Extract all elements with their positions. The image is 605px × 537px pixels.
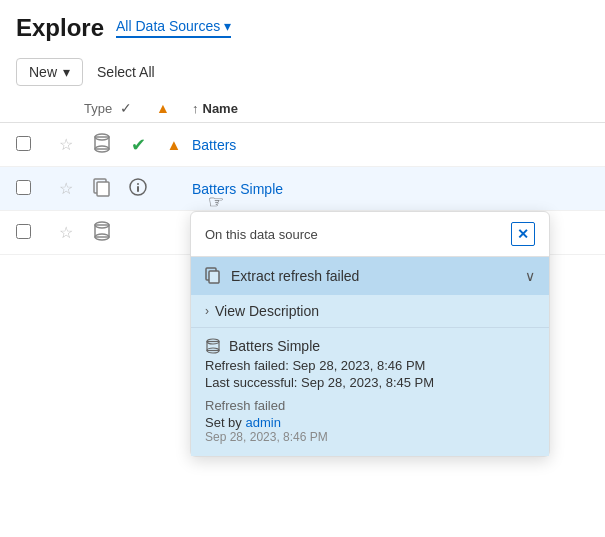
datasource-label: All Data Sources bbox=[116, 18, 220, 34]
popup-section-header-left: Extract refresh failed bbox=[205, 267, 359, 285]
row1-name-link[interactable]: Batters bbox=[192, 137, 236, 153]
admin-link[interactable]: admin bbox=[245, 415, 280, 430]
page-header: Explore All Data Sources ▾ bbox=[0, 0, 605, 50]
svg-rect-7 bbox=[137, 186, 139, 192]
header-name-col: ↑ Name bbox=[192, 101, 589, 116]
section-title: Extract refresh failed bbox=[231, 268, 359, 284]
row3-star-icon[interactable]: ☆ bbox=[48, 223, 84, 242]
item-datasource-icon bbox=[205, 338, 221, 354]
sort-arrow-icon: ↑ bbox=[192, 101, 199, 116]
row2-type-icon bbox=[84, 177, 120, 201]
new-label: New bbox=[29, 64, 57, 80]
row1-name: Batters bbox=[192, 137, 589, 153]
table-header-row: Type ✓ ▲ ↑ Name bbox=[0, 94, 605, 123]
chevron-down-icon: ▾ bbox=[224, 18, 231, 34]
row3-checkbox[interactable] bbox=[16, 224, 48, 242]
popup-header-text: On this data source bbox=[205, 227, 318, 242]
item-title: Batters Simple bbox=[229, 338, 320, 354]
svg-rect-4 bbox=[97, 182, 109, 196]
view-description-label: View Description bbox=[215, 303, 319, 319]
row2-checkbox[interactable] bbox=[16, 180, 48, 198]
page-container: Explore All Data Sources ▾ New ▾ Select … bbox=[0, 0, 605, 255]
close-icon: ✕ bbox=[517, 226, 529, 242]
popup-overlay: On this data source ✕ Extract bbox=[190, 211, 550, 457]
expand-icon[interactable]: ∨ bbox=[525, 268, 535, 284]
page-title: Explore bbox=[16, 14, 104, 42]
header-type-col: Type bbox=[84, 101, 120, 116]
row2-status-icon bbox=[120, 177, 156, 201]
table-row: ☆ Batters Simple ☞ bbox=[0, 167, 605, 211]
row3-type-icon bbox=[84, 221, 120, 245]
set-by-text: Set by bbox=[205, 415, 242, 430]
svg-rect-9 bbox=[209, 271, 219, 283]
datasource-icon bbox=[93, 133, 111, 153]
row2-name-link[interactable]: Batters Simple bbox=[192, 181, 283, 197]
popup-close-button[interactable]: ✕ bbox=[511, 222, 535, 246]
popup-header: On this data source ✕ bbox=[191, 212, 549, 257]
table-row: ☆ ✔ ▲ Batters bbox=[0, 123, 605, 167]
extract-icon bbox=[92, 177, 112, 197]
popup-section-header[interactable]: Extract refresh failed ∨ bbox=[191, 257, 549, 295]
last-successful-detail: Last successful: Sep 28, 2023, 8:45 PM bbox=[205, 375, 535, 390]
set-by-row: Set by admin bbox=[205, 415, 535, 430]
row1-star-icon[interactable]: ☆ bbox=[48, 135, 84, 154]
row1-type-icon bbox=[84, 133, 120, 157]
row1-checkbox-input[interactable] bbox=[16, 136, 31, 151]
row1-status-icon: ✔ bbox=[120, 134, 156, 156]
svg-point-6 bbox=[137, 183, 139, 185]
row2-star-icon[interactable]: ☆ bbox=[48, 179, 84, 198]
refresh-failed-icon bbox=[205, 267, 223, 285]
toolbar: New ▾ Select All bbox=[0, 50, 605, 94]
header-alert-col: ▲ bbox=[156, 100, 192, 116]
header-status-col: ✓ bbox=[120, 100, 156, 116]
popup-item-date: Sep 28, 2023, 8:46 PM bbox=[205, 430, 535, 444]
select-all-button[interactable]: Select All bbox=[95, 59, 157, 85]
refresh-failed-label: Refresh failed bbox=[205, 398, 535, 413]
popup-item: Batters Simple Refresh failed: Sep 28, 2… bbox=[191, 328, 549, 456]
new-arrow-icon: ▾ bbox=[63, 64, 70, 80]
datasource-icon bbox=[93, 221, 111, 241]
main-table: Type ✓ ▲ ↑ Name ☆ bbox=[0, 94, 605, 255]
popup-section: Extract refresh failed ∨ › View Descript… bbox=[191, 257, 549, 456]
datasource-selector[interactable]: All Data Sources ▾ bbox=[116, 18, 231, 38]
row1-checkbox[interactable] bbox=[16, 136, 48, 154]
hover-info-icon[interactable] bbox=[128, 177, 148, 197]
row2-checkbox-input[interactable] bbox=[16, 180, 31, 195]
new-button[interactable]: New ▾ bbox=[16, 58, 83, 86]
view-description-row[interactable]: › View Description bbox=[191, 295, 549, 328]
refresh-failed-detail: Refresh failed: Sep 28, 2023, 8:46 PM bbox=[205, 358, 535, 373]
row2-name: Batters Simple bbox=[192, 181, 589, 197]
row1-alert-icon: ▲ bbox=[156, 136, 192, 154]
chevron-right-icon: › bbox=[205, 304, 209, 318]
row3-checkbox-input[interactable] bbox=[16, 224, 31, 239]
popup-item-title: Batters Simple bbox=[205, 338, 535, 354]
